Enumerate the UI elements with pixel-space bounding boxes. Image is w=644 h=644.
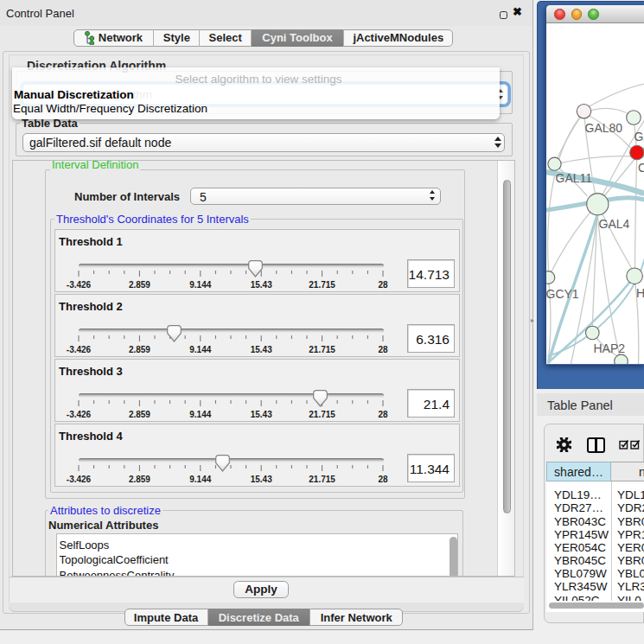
svg-text:H: H — [636, 286, 644, 300]
svg-text:GAL4: GAL4 — [598, 217, 629, 231]
svg-text:HAP2: HAP2 — [593, 341, 625, 355]
svg-text:GAL11: GAL11 — [555, 171, 592, 185]
svg-text:GCY1: GCY1 — [546, 287, 579, 301]
svg-text:GAL80: GAL80 — [584, 121, 622, 135]
svg-text:GA: GA — [634, 130, 644, 143]
svg-text:C: C — [638, 161, 644, 175]
